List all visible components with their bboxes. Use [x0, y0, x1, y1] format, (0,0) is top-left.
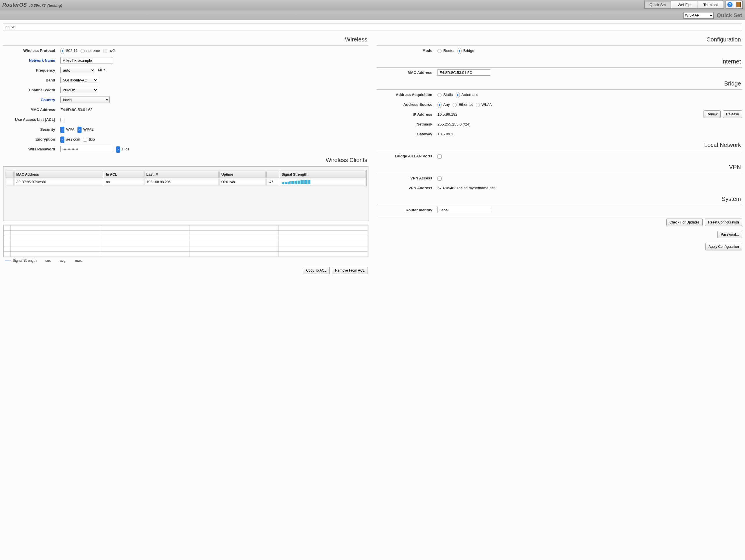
signal-graph — [3, 224, 368, 257]
door-icon — [736, 2, 741, 7]
tab-webfig[interactable]: WebFig — [671, 1, 698, 9]
remove-from-acl-button[interactable]: Remove From ACL — [332, 267, 368, 274]
acl-label: Use Access List (ACL) — [3, 117, 60, 122]
radio-80211[interactable]: 802.11 — [60, 47, 78, 54]
netmask-value: 255.255.255.0 (/24) — [438, 122, 470, 127]
hide-checkbox[interactable]: Hide — [116, 146, 130, 152]
col-ip[interactable]: Last IP — [144, 171, 219, 178]
mode-label: Mode — [377, 48, 438, 53]
gateway-value: 10.5.99.1 — [438, 132, 453, 136]
radio-ethernet[interactable]: Ethernet — [453, 102, 473, 107]
legend-avg: avg: — [60, 258, 66, 262]
wifi-password-label: WiFi Password — [3, 147, 60, 151]
wireless-protocol-label: Wireless Protocol — [3, 48, 60, 53]
radio-nv2[interactable]: nv2 — [103, 48, 115, 53]
addr-src-label: Address Source — [377, 102, 438, 107]
release-button[interactable]: Release — [723, 110, 742, 118]
radio-static[interactable]: Static — [438, 93, 453, 97]
internet-mac-label: MAC Address — [377, 70, 438, 75]
brand: RouterOS v6.39rc73 (testing) — [2, 2, 62, 8]
radio-any[interactable]: Any — [438, 101, 450, 108]
vpn-access-checkbox[interactable] — [438, 176, 443, 180]
frequency-unit: MHz — [98, 68, 105, 72]
section-wireless: Wireless — [3, 34, 368, 45]
check-updates-button[interactable]: Check For Updates — [667, 218, 703, 226]
mac-label: MAC Address — [3, 108, 60, 112]
version: v6.39rc73 — [28, 3, 45, 7]
status-bar: active — [3, 23, 742, 30]
section-system: System — [377, 194, 742, 205]
renew-button[interactable]: Renew — [704, 110, 721, 118]
tab-quickset[interactable]: Quick Set — [644, 1, 671, 9]
gateway-label: Gateway — [377, 132, 438, 136]
left-column: Wireless Wireless Protocol 802.11 nstrem… — [3, 33, 368, 277]
radio-wlan[interactable]: WLAN — [476, 102, 493, 107]
section-internet: Internet — [377, 57, 742, 68]
band-select[interactable]: 5GHz-only-AC — [60, 77, 98, 83]
cell-uptime: 00:01:48 — [219, 179, 266, 185]
legend-cur: cur: — [45, 258, 51, 262]
tab-terminal[interactable]: Terminal — [697, 1, 724, 9]
cell-sigtxt: -47 — [266, 179, 279, 185]
cell-mac: A0:D7:95:B7:0A:86 — [14, 179, 103, 185]
radio-router[interactable]: Router — [438, 48, 455, 53]
apply-config-button[interactable]: Apply Configuration — [705, 243, 742, 250]
bridge-all-checkbox[interactable] — [438, 154, 443, 158]
section-vpn: VPN — [377, 162, 742, 173]
frequency-select[interactable]: auto — [60, 67, 95, 73]
country-select[interactable]: latvia — [60, 97, 110, 103]
wpa2-checkbox[interactable]: WPA2 — [77, 126, 94, 133]
acl-checkbox[interactable] — [60, 117, 66, 121]
mode-select[interactable]: WISP AP — [683, 12, 714, 19]
chwidth-select[interactable]: 20MHz — [60, 87, 98, 93]
aes-checkbox[interactable]: aes ccm — [60, 136, 80, 142]
cell-acl: no — [104, 179, 143, 185]
sub-header: WISP AP Quick Set — [0, 10, 745, 20]
testing-tag: (testing) — [47, 3, 62, 7]
section-configuration: Configuration — [377, 34, 742, 45]
security-label: Security — [3, 127, 60, 132]
netmask-label: Netmask — [377, 122, 438, 127]
col-mac[interactable]: MAC Address — [14, 171, 103, 178]
radio-automatic[interactable]: Automatic — [456, 91, 478, 98]
ip-label: IP Address — [377, 112, 438, 116]
help-button[interactable]: ? — [725, 1, 734, 9]
right-column: Configuration Mode Router Bridge Interne… — [377, 33, 742, 277]
brand-name: RouterOS — [2, 2, 27, 8]
network-name-input[interactable] — [60, 57, 113, 64]
band-label: Band — [3, 78, 60, 82]
reset-config-button[interactable]: Reset Configuration — [705, 218, 742, 226]
radio-nstreme[interactable]: nstreme — [80, 48, 100, 53]
wpa-checkbox[interactable]: WPA — [60, 126, 74, 133]
section-wireless-clients: Wireless Clients — [3, 155, 368, 166]
router-identity-input[interactable] — [438, 207, 490, 213]
col-blank[interactable] — [5, 171, 13, 178]
network-name-label: Network Name — [3, 58, 60, 63]
tkip-checkbox[interactable]: tkip — [83, 137, 95, 141]
ip-value: 10.5.99.192 — [438, 112, 457, 116]
vpn-access-label: VPN Access — [377, 176, 438, 180]
radio-bridge[interactable]: Bridge — [457, 47, 474, 54]
vpn-address-value: 6737054837da.sn.mynetname.net — [438, 186, 495, 190]
col-sigval[interactable] — [266, 171, 279, 178]
col-signal[interactable]: Signal Strength — [280, 171, 366, 178]
col-acl[interactable]: In ACL — [104, 171, 143, 178]
help-icon: ? — [727, 2, 733, 7]
mac-value: E4:8D:8C:53:01:63 — [60, 108, 93, 112]
section-bridge: Bridge — [377, 78, 742, 90]
password-button[interactable]: Password... — [717, 231, 742, 238]
signal-bars-icon — [282, 180, 364, 184]
section-local-network: Local Network — [377, 140, 742, 151]
clients-box: MAC Address In ACL Last IP Uptime Signal… — [3, 166, 368, 221]
internet-mac-input[interactable] — [438, 69, 490, 76]
logout-button[interactable] — [734, 1, 743, 9]
wifi-password-input[interactable] — [60, 146, 113, 152]
country-label: Country — [3, 98, 60, 102]
vpn-address-label: VPN Address — [377, 186, 438, 190]
cell-ip: 192.168.88.205 — [144, 179, 219, 185]
chwidth-label: Channel Width — [3, 88, 60, 92]
copy-to-acl-button[interactable]: Copy To ACL — [303, 267, 330, 274]
bridge-all-label: Bridge All LAN Ports — [377, 154, 438, 158]
col-uptime[interactable]: Uptime — [219, 171, 266, 178]
table-row[interactable]: A0:D7:95:B7:0A:86 no 192.168.88.205 00:0… — [5, 179, 366, 185]
